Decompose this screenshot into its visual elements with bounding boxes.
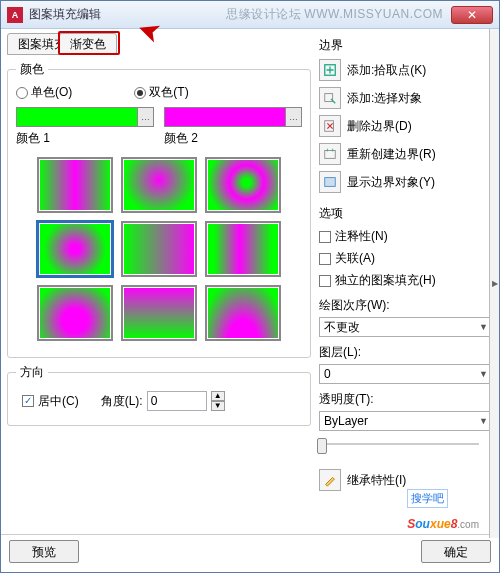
radio-one-color[interactable]: 单色(O) [16, 84, 72, 101]
watermark: 思缘设计论坛 WWW.MISSYUAN.COM [226, 6, 443, 23]
annotative-checkbox[interactable]: 注释性(N) [319, 228, 493, 245]
remove-boundary-button[interactable] [319, 115, 341, 137]
gradient-preset[interactable] [205, 221, 281, 277]
center-checkbox[interactable]: ✓ 居中(C) [22, 393, 79, 410]
separate-hatch-checkbox[interactable]: 独立的图案填充(H) [319, 272, 493, 289]
tab-gradient[interactable]: 渐变色 [59, 33, 117, 55]
inherit-properties-label: 继承特性(I) [347, 472, 406, 489]
radio-icon [134, 87, 146, 99]
add-pick-points-label: 添加:拾取点(K) [347, 62, 426, 79]
boundary-title: 边界 [319, 37, 493, 54]
draw-order-label: 绘图次序(W): [319, 297, 493, 314]
expand-sidebar-button[interactable]: ▶ [489, 29, 499, 538]
angle-input[interactable] [147, 391, 207, 411]
chevron-down-icon: ▼ [479, 416, 488, 426]
direction-group: 方向 ✓ 居中(C) 角度(L): ▲▼ [7, 364, 311, 426]
transparency-slider[interactable] [319, 436, 493, 452]
inherit-properties-button[interactable] [319, 469, 341, 491]
color-1-swatch[interactable]: … [16, 107, 154, 127]
chevron-down-icon: ▼ [479, 322, 488, 332]
ok-button[interactable]: 确定 [421, 540, 491, 563]
draw-order-select[interactable]: 不更改▼ [319, 317, 493, 337]
transparency-label: 透明度(T): [319, 391, 493, 408]
chevron-down-icon: ▼ [479, 369, 488, 379]
add-select-objects-button[interactable] [319, 87, 341, 109]
gradient-preset[interactable] [37, 285, 113, 341]
add-select-objects-label: 添加:选择对象 [347, 90, 422, 107]
color-picker-icon[interactable]: … [137, 108, 153, 126]
angle-spinner[interactable]: ▲▼ [211, 391, 225, 411]
gradient-preset[interactable] [121, 221, 197, 277]
gradient-preset[interactable] [37, 221, 113, 277]
gradient-preset[interactable] [37, 157, 113, 213]
color-2-swatch[interactable]: … [164, 107, 302, 127]
recreate-boundary-label: 重新创建边界(R) [347, 146, 436, 163]
radio-two-color[interactable]: 双色(T) [134, 84, 188, 101]
view-boundary-button[interactable] [319, 171, 341, 193]
checkbox-icon: ✓ [22, 395, 34, 407]
add-pick-points-button[interactable] [319, 59, 341, 81]
preview-button[interactable]: 预览 [9, 540, 79, 563]
remove-boundary-label: 删除边界(D) [347, 118, 412, 135]
window-title: 图案填充编辑 [29, 6, 226, 23]
gradient-preset[interactable] [121, 157, 197, 213]
gradient-preset[interactable] [121, 285, 197, 341]
app-icon: A [7, 7, 23, 23]
recreate-boundary-button[interactable] [319, 143, 341, 165]
close-button[interactable]: ✕ [451, 6, 493, 24]
layer-label: 图层(L): [319, 344, 493, 361]
options-title: 选项 [319, 205, 493, 222]
angle-label: 角度(L): [101, 393, 143, 410]
svg-rect-4 [325, 178, 336, 187]
gradient-preset[interactable] [205, 157, 281, 213]
transparency-select[interactable]: ByLayer▼ [319, 411, 493, 431]
radio-icon [16, 87, 28, 99]
associative-checkbox[interactable]: 关联(A) [319, 250, 493, 267]
tab-strip: 图案填充 渐变色 ➤ [7, 33, 311, 55]
layer-select[interactable]: 0▼ [319, 364, 493, 384]
view-boundary-label: 显示边界对象(Y) [347, 174, 435, 191]
gradient-presets [16, 157, 302, 341]
color-picker-icon[interactable]: … [285, 108, 301, 126]
titlebar: A 图案填充编辑 思缘设计论坛 WWW.MISSYUAN.COM ✕ [1, 1, 499, 29]
svg-rect-3 [325, 151, 336, 159]
gradient-preset[interactable] [205, 285, 281, 341]
color-group: 颜色 单色(O) 双色(T) … [7, 61, 311, 358]
